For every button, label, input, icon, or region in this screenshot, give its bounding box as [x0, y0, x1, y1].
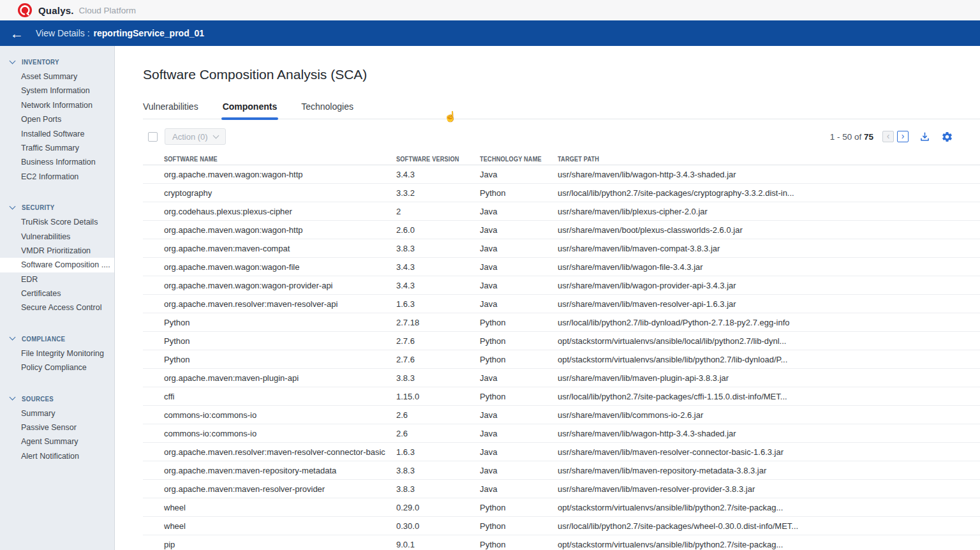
sidebar-item[interactable]: Network Information [0, 98, 114, 112]
table-row[interactable]: Python 2.7.18 Python usr/local/lib/pytho… [143, 313, 980, 332]
table-row[interactable]: org.codehaus.plexus:plexus-cipher 2 Java… [143, 202, 980, 221]
tab-technologies[interactable]: Technologies [301, 101, 353, 119]
app-header: Qualys. Cloud Platform [0, 0, 980, 20]
sidebar-section-label: COMPLIANCE [22, 335, 65, 343]
sidebar-item[interactable]: Agent Summary [0, 435, 114, 449]
settings-button[interactable] [941, 131, 953, 143]
software-version-cell: 3.8.3 [396, 484, 480, 494]
sidebar-item[interactable]: Asset Summary [0, 70, 114, 84]
sidebar-item[interactable]: Secure Access Control [0, 301, 114, 315]
table-row[interactable]: org.apache.maven.wagon:wagon-http 2.6.0 … [143, 221, 980, 239]
technology-name-cell: Java [480, 410, 558, 420]
qualys-logo-icon [17, 3, 33, 18]
software-version-cell: 2.7.18 [396, 318, 480, 327]
software-version-cell: 3.4.3 [396, 170, 480, 179]
sidebar-header-sources[interactable]: SOURCES [0, 391, 114, 406]
target-path-cell: opt/stackstorm/virtualenvs/ansible/local… [558, 336, 980, 346]
table-row[interactable]: org.apache.maven:maven-repository-metada… [143, 461, 980, 480]
column-header-software-version[interactable]: SOFTWARE VERSION [396, 155, 480, 163]
table-row[interactable]: org.apache.maven.resolver:maven-resolver… [143, 295, 980, 313]
sidebar-header-inventory[interactable]: INVENTORY [0, 54, 114, 70]
software-name-cell: org.codehaus.plexus:plexus-cipher [164, 207, 396, 216]
back-arrow-icon[interactable]: ← [10, 27, 28, 40]
table-row[interactable]: cryptography 3.3.2 Python usr/local/lib/… [143, 184, 980, 202]
table-row[interactable]: cffi 1.15.0 Python usr/local/lib/python2… [143, 387, 980, 406]
target-path-cell: usr/local/lib/python2.7/site-packages/wh… [558, 521, 980, 531]
technology-name-cell: Python [480, 521, 558, 531]
table-row[interactable]: org.apache.maven.resolver:maven-resolver… [143, 443, 980, 461]
table-row[interactable]: org.apache.maven.wagon:wagon-provider-ap… [143, 276, 980, 295]
software-name-cell: org.apache.maven.resolver:maven-resolver… [164, 299, 396, 309]
prev-page-button[interactable]: ‹ [882, 131, 894, 142]
table-row[interactable]: org.apache.maven:maven-compat 3.8.3 Java… [143, 239, 980, 258]
tab-components[interactable]: Components [223, 101, 278, 119]
sidebar-header-compliance[interactable]: COMPLIANCE [0, 331, 114, 346]
download-button[interactable] [919, 131, 931, 143]
software-version-cell: 3.8.3 [396, 244, 480, 253]
table-row[interactable]: pip 9.0.1 Python opt/stackstorm/virtuale… [143, 535, 980, 550]
table-row[interactable]: commons-io:commons-io 2.6 Java usr/share… [143, 406, 980, 424]
software-name-cell: cffi [164, 392, 396, 401]
technology-name-cell: Java [480, 429, 558, 438]
sidebar-item[interactable]: Summary [0, 406, 114, 420]
technology-name-cell: Python [480, 392, 558, 401]
software-version-cell: 2.6 [396, 410, 480, 420]
software-version-cell: 0.30.0 [396, 521, 480, 531]
sidebar-item[interactable]: Passive Sensor [0, 420, 114, 435]
column-header-software-name[interactable]: SOFTWARE NAME [164, 155, 396, 163]
column-header-technology-name[interactable]: TECHNOLOGY NAME [480, 155, 558, 163]
sidebar-item[interactable]: EDR [0, 272, 114, 286]
table-row[interactable]: org.apache.maven:maven-plugin-api 3.8.3 … [143, 369, 980, 387]
sidebar-item[interactable]: Software Composition .... [0, 258, 114, 272]
technology-name-cell: Python [480, 540, 558, 549]
software-name-cell: org.apache.maven:maven-resolver-provider [164, 484, 396, 494]
table-row[interactable]: org.apache.maven.wagon:wagon-file 3.4.3 … [143, 258, 980, 276]
table-row[interactable]: org.apache.maven.wagon:wagon-http 3.4.3 … [143, 165, 980, 184]
sidebar-item[interactable]: Installed Software [0, 127, 114, 141]
sidebar-item[interactable]: Open Ports [0, 112, 114, 126]
select-all-checkbox[interactable] [148, 132, 158, 142]
sidebar-section-inventory: INVENTORY Asset Summary System Informati… [0, 54, 114, 184]
sidebar-item[interactable]: VMDR Prioritization [0, 244, 114, 258]
technology-name-cell: Java [480, 244, 558, 253]
action-dropdown[interactable]: Action (0) [165, 128, 226, 145]
software-name-cell: wheel [164, 503, 396, 512]
technology-name-cell: Java [480, 225, 558, 235]
software-version-cell: 1.6.3 [396, 299, 480, 309]
target-path-cell: usr/share/maven/lib/wagon-provider-api-3… [558, 281, 980, 290]
tab-vulnerabilities[interactable]: Vulnerabilities [143, 101, 198, 119]
software-name-cell: Python [164, 318, 396, 327]
sidebar-item[interactable]: Certificates [0, 286, 114, 301]
next-page-button[interactable]: › [897, 131, 909, 142]
column-header-target-path[interactable]: TARGET PATH [558, 155, 980, 163]
settings-gear-icon [941, 131, 953, 143]
sidebar-item[interactable]: EC2 Information [0, 170, 114, 184]
software-version-cell: 3.4.3 [396, 262, 480, 272]
software-name-cell: cryptography [164, 188, 396, 198]
target-path-cell: usr/share/maven/lib/maven-resolver-api-1… [558, 299, 980, 309]
technology-name-cell: Python [480, 503, 558, 512]
target-path-cell: opt/stackstorm/virtualenvs/ansible/lib/p… [558, 503, 980, 512]
sidebar-item[interactable]: Policy Compliance [0, 360, 114, 375]
chevron-down-icon [212, 132, 219, 138]
table-row[interactable]: org.apache.maven:maven-resolver-provider… [143, 480, 980, 498]
sidebar-item[interactable]: TruRisk Score Details [0, 215, 114, 229]
sidebar-item[interactable]: Business Information [0, 155, 114, 169]
sidebar-item[interactable]: File Integrity Monitoring [0, 346, 114, 360]
table-row[interactable]: wheel 0.29.0 Python opt/stackstorm/virtu… [143, 498, 980, 517]
sidebar-item[interactable]: Traffic Summary [0, 141, 114, 155]
table-row[interactable]: Python 2.7.6 Python opt/stackstorm/virtu… [143, 350, 980, 369]
sidebar-item[interactable]: Alert Notification [0, 449, 114, 463]
sidebar-item[interactable]: Vulnerabilities [0, 230, 114, 244]
brand-name: Qualys. [38, 5, 74, 16]
target-path-cell: usr/share/maven/lib/maven-compat-3.8.3.j… [558, 244, 980, 253]
technology-name-cell: Java [480, 262, 558, 272]
pointer-cursor-icon: ☝ [444, 110, 457, 123]
sidebar-item[interactable]: System Information [0, 84, 114, 98]
table-row[interactable]: wheel 0.30.0 Python usr/local/lib/python… [143, 517, 980, 535]
chevron-left-icon: ‹ [887, 131, 890, 140]
software-name-cell: org.apache.maven:maven-compat [164, 244, 396, 253]
table-row[interactable]: commons-io:commons-io 2.6 Java usr/share… [143, 424, 980, 443]
table-row[interactable]: Python 2.7.6 Python opt/stackstorm/virtu… [143, 332, 980, 350]
sidebar-header-security[interactable]: SECURITY [0, 200, 114, 215]
